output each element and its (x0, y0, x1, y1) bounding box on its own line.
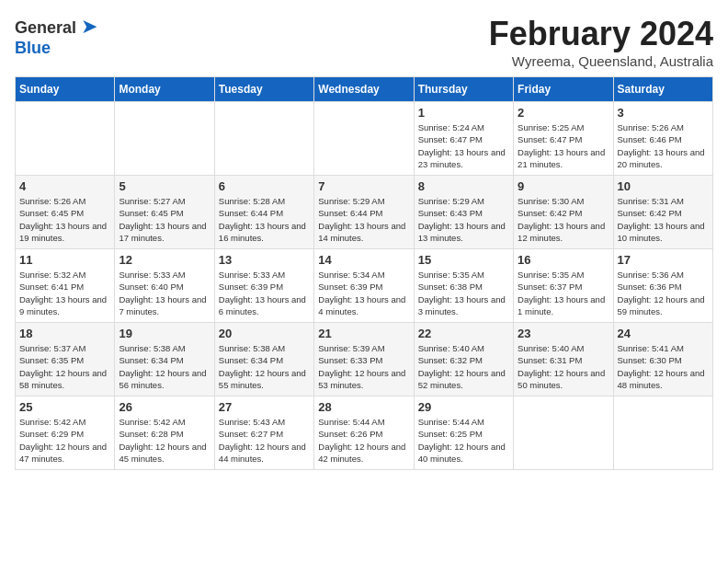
calendar-cell: 20Sunrise: 5:38 AMSunset: 6:34 PMDayligh… (214, 323, 313, 396)
day-info: Sunrise: 5:44 AMSunset: 6:26 PMDaylight:… (318, 416, 409, 465)
logo-blue-text: Blue (15, 39, 51, 57)
calendar-cell: 24Sunrise: 5:41 AMSunset: 6:30 PMDayligh… (613, 323, 712, 396)
calendar-cell: 10Sunrise: 5:31 AMSunset: 6:42 PMDayligh… (613, 176, 712, 249)
calendar-week-4: 18Sunrise: 5:37 AMSunset: 6:35 PMDayligh… (16, 323, 713, 396)
calendar-title: February 2024 (489, 15, 713, 53)
day-number: 28 (318, 400, 409, 414)
day-number: 3 (618, 106, 709, 120)
day-info: Sunrise: 5:38 AMSunset: 6:34 PMDaylight:… (119, 342, 210, 391)
title-area: February 2024 Wyreema, Queensland, Austr… (489, 15, 713, 69)
day-number: 17 (618, 253, 709, 267)
calendar-cell (514, 396, 613, 470)
calendar-cell: 18Sunrise: 5:37 AMSunset: 6:35 PMDayligh… (16, 323, 115, 396)
calendar-cell: 21Sunrise: 5:39 AMSunset: 6:33 PMDayligh… (314, 323, 414, 396)
day-info: Sunrise: 5:28 AMSunset: 6:44 PMDaylight:… (219, 195, 310, 244)
weekday-header-sunday: Sunday (16, 77, 115, 102)
calendar-cell (214, 102, 313, 176)
calendar-cell: 22Sunrise: 5:40 AMSunset: 6:32 PMDayligh… (414, 323, 513, 396)
calendar-cell: 25Sunrise: 5:42 AMSunset: 6:29 PMDayligh… (16, 396, 115, 470)
day-number: 26 (119, 400, 210, 414)
calendar-week-1: 1Sunrise: 5:24 AMSunset: 6:47 PMDaylight… (16, 102, 713, 176)
day-number: 20 (219, 327, 310, 340)
weekday-header-saturday: Saturday (613, 77, 712, 102)
calendar-cell: 5Sunrise: 5:27 AMSunset: 6:45 PMDaylight… (115, 176, 214, 249)
day-number: 6 (219, 179, 310, 193)
calendar-week-5: 25Sunrise: 5:42 AMSunset: 6:29 PMDayligh… (16, 396, 713, 470)
day-info: Sunrise: 5:31 AMSunset: 6:42 PMDaylight:… (618, 195, 709, 244)
day-info: Sunrise: 5:29 AMSunset: 6:44 PMDaylight:… (318, 195, 409, 244)
day-number: 15 (418, 253, 509, 267)
day-number: 24 (618, 327, 709, 340)
logo-general-text: General (15, 18, 76, 37)
calendar-cell (115, 102, 214, 176)
day-number: 10 (618, 179, 709, 193)
day-number: 16 (518, 253, 609, 267)
calendar-cell: 12Sunrise: 5:33 AMSunset: 6:40 PMDayligh… (115, 249, 214, 323)
day-number: 12 (119, 253, 210, 267)
calendar-week-2: 4Sunrise: 5:26 AMSunset: 6:45 PMDaylight… (16, 176, 713, 249)
calendar-cell: 23Sunrise: 5:40 AMSunset: 6:31 PMDayligh… (514, 323, 613, 396)
day-info: Sunrise: 5:41 AMSunset: 6:30 PMDaylight:… (618, 342, 709, 391)
calendar-cell: 29Sunrise: 5:44 AMSunset: 6:25 PMDayligh… (414, 396, 513, 470)
day-number: 11 (19, 253, 110, 267)
day-number: 21 (318, 327, 409, 340)
day-number: 13 (219, 253, 310, 267)
calendar-cell: 14Sunrise: 5:34 AMSunset: 6:39 PMDayligh… (314, 249, 414, 323)
day-info: Sunrise: 5:35 AMSunset: 6:38 PMDaylight:… (418, 269, 509, 317)
calendar-cell (16, 102, 115, 176)
day-number: 4 (19, 179, 110, 193)
day-info: Sunrise: 5:24 AMSunset: 6:47 PMDaylight:… (418, 121, 509, 170)
day-number: 2 (518, 106, 609, 120)
day-info: Sunrise: 5:26 AMSunset: 6:45 PMDaylight:… (19, 195, 110, 244)
calendar-cell: 11Sunrise: 5:32 AMSunset: 6:41 PMDayligh… (16, 249, 115, 323)
day-number: 18 (19, 327, 110, 340)
calendar-subtitle: Wyreema, Queensland, Australia (489, 53, 713, 69)
weekday-header-row: SundayMondayTuesdayWednesdayThursdayFrid… (16, 77, 713, 102)
day-number: 14 (318, 253, 409, 267)
day-number: 23 (518, 327, 609, 340)
day-info: Sunrise: 5:25 AMSunset: 6:47 PMDaylight:… (518, 121, 609, 170)
day-info: Sunrise: 5:43 AMSunset: 6:27 PMDaylight:… (219, 416, 310, 465)
day-number: 29 (418, 400, 509, 414)
weekday-header-wednesday: Wednesday (314, 77, 414, 102)
logo: General ➤ Blue (15, 15, 97, 58)
day-info: Sunrise: 5:26 AMSunset: 6:46 PMDaylight:… (618, 121, 709, 170)
calendar-cell: 13Sunrise: 5:33 AMSunset: 6:39 PMDayligh… (214, 249, 313, 323)
day-info: Sunrise: 5:42 AMSunset: 6:29 PMDaylight:… (19, 416, 110, 465)
calendar-cell: 17Sunrise: 5:36 AMSunset: 6:36 PMDayligh… (613, 249, 712, 323)
day-info: Sunrise: 5:29 AMSunset: 6:43 PMDaylight:… (418, 195, 509, 244)
day-info: Sunrise: 5:40 AMSunset: 6:31 PMDaylight:… (518, 342, 609, 391)
calendar-cell (613, 396, 712, 470)
day-number: 1 (418, 106, 509, 120)
calendar-cell: 9Sunrise: 5:30 AMSunset: 6:42 PMDaylight… (514, 176, 613, 249)
day-info: Sunrise: 5:35 AMSunset: 6:37 PMDaylight:… (518, 269, 609, 317)
day-number: 8 (418, 179, 509, 193)
calendar-cell (314, 102, 414, 176)
weekday-header-friday: Friday (514, 77, 613, 102)
calendar-body: 1Sunrise: 5:24 AMSunset: 6:47 PMDaylight… (16, 102, 713, 470)
weekday-header-monday: Monday (115, 77, 214, 102)
day-number: 5 (119, 179, 210, 193)
day-number: 9 (518, 179, 609, 193)
day-info: Sunrise: 5:40 AMSunset: 6:32 PMDaylight:… (418, 342, 509, 391)
day-info: Sunrise: 5:30 AMSunset: 6:42 PMDaylight:… (518, 195, 609, 244)
calendar-week-3: 11Sunrise: 5:32 AMSunset: 6:41 PMDayligh… (16, 249, 713, 323)
day-number: 19 (119, 327, 210, 340)
day-number: 7 (318, 179, 409, 193)
calendar-cell: 1Sunrise: 5:24 AMSunset: 6:47 PMDaylight… (414, 102, 513, 176)
day-info: Sunrise: 5:42 AMSunset: 6:28 PMDaylight:… (119, 416, 210, 465)
calendar-cell: 8Sunrise: 5:29 AMSunset: 6:43 PMDaylight… (414, 176, 513, 249)
day-info: Sunrise: 5:38 AMSunset: 6:34 PMDaylight:… (219, 342, 310, 391)
day-info: Sunrise: 5:37 AMSunset: 6:35 PMDaylight:… (19, 342, 110, 391)
day-info: Sunrise: 5:33 AMSunset: 6:39 PMDaylight:… (219, 269, 310, 317)
day-info: Sunrise: 5:27 AMSunset: 6:45 PMDaylight:… (119, 195, 210, 244)
calendar-cell: 3Sunrise: 5:26 AMSunset: 6:46 PMDaylight… (613, 102, 712, 176)
page-header: General ➤ Blue February 2024 Wyreema, Qu… (15, 15, 713, 69)
calendar-cell: 27Sunrise: 5:43 AMSunset: 6:27 PMDayligh… (214, 396, 313, 470)
calendar-cell: 28Sunrise: 5:44 AMSunset: 6:26 PMDayligh… (314, 396, 414, 470)
day-number: 22 (418, 327, 509, 340)
calendar-cell: 2Sunrise: 5:25 AMSunset: 6:47 PMDaylight… (514, 102, 613, 176)
day-info: Sunrise: 5:36 AMSunset: 6:36 PMDaylight:… (618, 269, 709, 317)
logo-bird-icon: ➤ (81, 15, 97, 38)
day-info: Sunrise: 5:33 AMSunset: 6:40 PMDaylight:… (119, 269, 210, 317)
